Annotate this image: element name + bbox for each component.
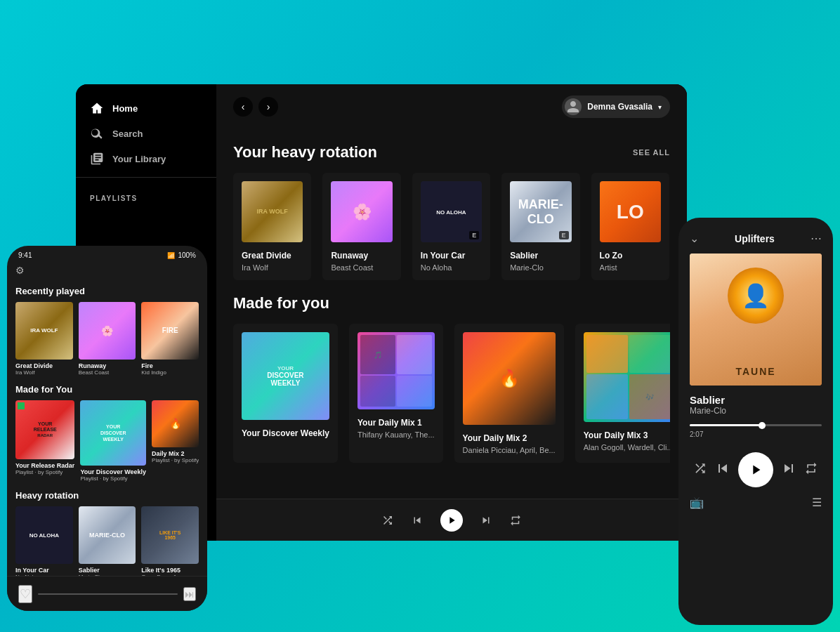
card-discover-weekly[interactable]: YOUR DISCOVER WEEKLY Your Discover Weekl… bbox=[233, 324, 338, 463]
see-all-button[interactable]: SEE ALL bbox=[633, 148, 670, 157]
album-art: 👤 TAUNE bbox=[690, 254, 822, 386]
card-title: Your Discover Weekly bbox=[242, 428, 329, 438]
phone-card-title: Your Discover Weekly bbox=[80, 468, 146, 475]
art-daily-mix-3: 🎶 bbox=[584, 332, 670, 422]
phone-bottom-bar: ♡ ⏭ bbox=[7, 576, 207, 611]
phone-next-button[interactable]: ⏭ bbox=[183, 587, 196, 601]
art-sablier: MARIE-CLO E bbox=[510, 181, 571, 242]
phone-card-great-divide[interactable]: IRA WOLF Great Divide Ira Wolf bbox=[15, 302, 73, 376]
card-subtitle: Thifany Kauany, The... bbox=[357, 430, 435, 439]
card-sablier[interactable]: MARIE-CLO E Sablier Marie-Clo bbox=[501, 173, 579, 280]
phone-card-title: Runaway bbox=[79, 362, 136, 369]
card-subtitle: Marie-Clo bbox=[510, 263, 571, 272]
sidebar-item-search[interactable]: Search bbox=[81, 121, 211, 146]
card-great-divide[interactable]: IRA WOLF Great Divide Ira Wolf bbox=[233, 173, 311, 280]
back-button[interactable]: ‹ bbox=[233, 97, 253, 117]
phone-card-title: Sablier bbox=[79, 567, 136, 574]
phone-card-runaway[interactable]: 🌸 Runaway Beast Coast bbox=[79, 302, 136, 376]
wifi-icon: 📶 bbox=[167, 252, 175, 259]
art-great-divide: IRA WOLF bbox=[242, 181, 303, 242]
made-for-you-phone-cards: YOUR RELEASE RADAR Your Release Radar Pl… bbox=[15, 400, 199, 482]
nav-buttons: ‹ › bbox=[233, 97, 278, 117]
phone-play-button[interactable] bbox=[738, 452, 773, 487]
card-subtitle: ​ bbox=[242, 441, 329, 449]
forward-button[interactable]: › bbox=[258, 97, 278, 117]
card-title: In Your Car bbox=[421, 251, 482, 261]
phone-card-daily-mix-2[interactable]: 🔥 Daily Mix 2 Playlist · by Spotify bbox=[152, 400, 199, 482]
card-title: Runaway bbox=[331, 251, 392, 261]
album-title: Uplifters bbox=[735, 233, 775, 244]
phone-header-icons: ⌄ Uplifters ⋯ bbox=[690, 229, 822, 248]
chevron-down-icon: ▾ bbox=[658, 103, 662, 111]
phone-card-title: Great Divide bbox=[15, 362, 73, 369]
phone-card-like-1965[interactable]: LIKE IT'S1965 Like It's 1965 Gene Evaro … bbox=[141, 506, 199, 576]
library-icon bbox=[90, 152, 104, 166]
card-runaway[interactable]: 🌸 Runaway Beast Coast bbox=[322, 173, 400, 280]
phone-card-title: Your Release Radar bbox=[15, 462, 74, 469]
card-daily-mix-2[interactable]: 🔥 Your Daily Mix 2 Daniela Picciau, Apri… bbox=[454, 324, 564, 463]
phone-next-button-right[interactable] bbox=[780, 460, 797, 480]
phone-status-bar: 9:41 📶 100% bbox=[7, 246, 207, 262]
user-area[interactable]: Demna Gvasalia ▾ bbox=[562, 96, 670, 118]
card-in-your-car[interactable]: E In Your Car No Aloha bbox=[412, 173, 490, 280]
main-content: ‹ › Demna Gvasalia ▾ Your heavy rotation… bbox=[216, 84, 687, 541]
progress-bar-container[interactable] bbox=[690, 424, 822, 426]
artist-name: Marie-Clo bbox=[690, 406, 822, 416]
shuffle-button[interactable] bbox=[381, 514, 394, 527]
repeat-button[interactable] bbox=[509, 514, 522, 527]
phone-card-sub: Beast Coast bbox=[79, 369, 136, 376]
card-daily-mix-3[interactable]: 🎶 Your Daily Mix 3 Alan Gogoll, Wardell,… bbox=[575, 324, 670, 463]
phone-card-title: Daily Mix 2 bbox=[152, 450, 199, 457]
phone-heart-button[interactable]: ♡ bbox=[18, 585, 32, 603]
phone-card-in-your-car[interactable]: In Your Car No Aloha bbox=[15, 506, 73, 576]
more-icon[interactable]: ⋯ bbox=[811, 232, 822, 245]
art-daily-mix-2: 🔥 bbox=[463, 332, 556, 425]
progress-dot bbox=[759, 422, 766, 429]
collapse-icon[interactable]: ⌄ bbox=[690, 232, 699, 245]
card-lo-zo[interactable]: LO Lo Zo Artist bbox=[591, 173, 669, 280]
made-for-you-title: Made for you bbox=[233, 294, 329, 312]
card-subtitle: Beast Coast bbox=[331, 263, 392, 272]
progress-bar-fill bbox=[690, 424, 762, 426]
heavy-rotation-phone-title: Heavy rotation bbox=[15, 490, 199, 501]
player-bar bbox=[216, 499, 687, 541]
made-for-you-section-header: Made for you bbox=[233, 294, 670, 312]
phone-card-title: Fire bbox=[141, 362, 199, 369]
phone-card-sub: Playlist · by Spotify bbox=[152, 457, 199, 463]
phone-card-sub: Ira Wolf bbox=[15, 369, 73, 376]
search-icon bbox=[90, 126, 104, 140]
phone-card-title: Like It's 1965 bbox=[141, 567, 199, 574]
card-title: Your Daily Mix 3 bbox=[584, 430, 670, 440]
card-title: Sablier bbox=[510, 251, 571, 261]
phone-right-extra: 📺 ☰ bbox=[678, 493, 833, 512]
phone-shuffle-button[interactable] bbox=[693, 461, 707, 479]
art-daily-mix-1: 🎵 bbox=[357, 332, 435, 409]
phone-card-sablier-small[interactable]: MARIE-CLO Sablier Marie-Clo bbox=[79, 506, 136, 576]
made-for-you-cards: YOUR DISCOVER WEEKLY Your Discover Weekl… bbox=[233, 324, 670, 463]
sidebar-item-home[interactable]: Home bbox=[81, 96, 211, 121]
play-button[interactable] bbox=[440, 509, 463, 532]
scroll-area: Your heavy rotation SEE ALL IRA WOLF Gre… bbox=[216, 129, 687, 499]
spotify-logo bbox=[18, 402, 25, 409]
phone-repeat-button[interactable] bbox=[804, 461, 818, 479]
home-icon bbox=[90, 101, 104, 115]
home-label: Home bbox=[112, 103, 138, 114]
card-subtitle: Daniela Picciau, April, Be... bbox=[463, 446, 556, 454]
phone-right-album-container: 👤 TAUNE bbox=[678, 254, 833, 386]
card-title: Your Daily Mix 2 bbox=[463, 433, 556, 443]
sidebar-item-library[interactable]: Your Library bbox=[81, 146, 211, 171]
card-subtitle: Alan Gogoll, Wardell, Cli... bbox=[584, 443, 670, 452]
previous-button[interactable] bbox=[411, 514, 424, 527]
phone-right-progress[interactable]: 2:07 bbox=[678, 416, 833, 447]
card-daily-mix-1[interactable]: 🎵 Your Daily Mix 1 Thifany Kauany, The..… bbox=[349, 324, 443, 463]
phone-prev-button[interactable] bbox=[714, 460, 731, 480]
phone-card-sub: Playlist · by Spotify bbox=[80, 475, 146, 482]
phone-card-discover-weekly[interactable]: YOURDISCOVERWEEKLY Your Discover Weekly … bbox=[80, 400, 146, 482]
queue-icon[interactable]: ☰ bbox=[812, 496, 822, 509]
phone-content: Recently played IRA WOLF Great Divide Ir… bbox=[7, 279, 207, 576]
settings-icon[interactable]: ⚙ bbox=[15, 265, 25, 276]
phone-card-fire[interactable]: FIRE Fire Kid Indigo bbox=[141, 302, 199, 376]
phone-card-release-radar[interactable]: YOUR RELEASE RADAR Your Release Radar Pl… bbox=[15, 400, 74, 482]
next-button[interactable] bbox=[480, 514, 492, 527]
cast-icon[interactable]: 📺 bbox=[690, 496, 704, 509]
